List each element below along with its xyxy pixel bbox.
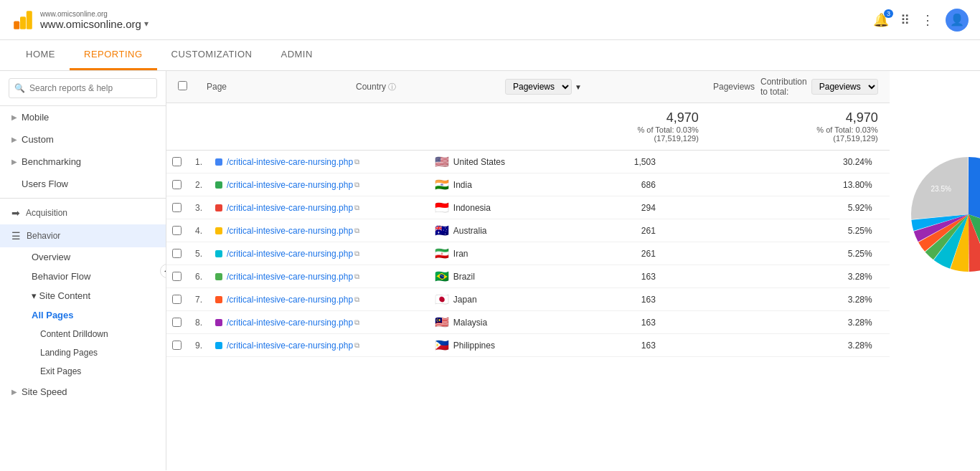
external-link-icon: ⧉: [354, 272, 359, 281]
table-row: 2. /critical-intesive-care-nursing.php ⧉…: [166, 173, 890, 196]
row-color-dot: [215, 181, 222, 189]
row-country: 🇮🇩 Indonesia: [435, 201, 578, 214]
row-checkbox-5[interactable]: [172, 272, 195, 281]
row-page-link[interactable]: /critical-intesive-care-nursing.php ⧉: [227, 295, 435, 305]
svg-rect-1: [20, 16, 26, 29]
row-page-link[interactable]: /critical-intesive-care-nursing.php ⧉: [227, 203, 435, 213]
svg-rect-0: [14, 21, 19, 29]
search-input[interactable]: [9, 78, 157, 98]
external-link-icon: ⧉: [354, 318, 359, 327]
notifications-button[interactable]: 🔔 3: [873, 12, 889, 28]
row-num: 2.: [195, 180, 215, 190]
sidebar-search-area: 🔍: [0, 71, 166, 106]
sidebar-item-label: Custom: [22, 134, 54, 145]
row-color-dot: [215, 204, 222, 211]
sidebar-item-all-pages[interactable]: All Pages: [0, 305, 166, 325]
tab-reporting[interactable]: REPORTING: [70, 40, 157, 70]
acquisition-label: Acquisition: [26, 208, 67, 218]
table-row: 8. /critical-intesive-care-nursing.php ⧉…: [166, 311, 890, 334]
row-checkbox-2[interactable]: [172, 203, 195, 212]
flag-icon: 🇵🇭: [435, 338, 449, 352]
pageviews-filter-select[interactable]: Pageviews: [505, 79, 572, 95]
sidebar: 🔍 ◀ ▶ Mobile ▶ Custom ▶ Benchmarking Use…: [0, 71, 166, 470]
row-checkbox-4[interactable]: [172, 249, 195, 258]
select-all-checkbox[interactable]: [178, 81, 187, 90]
row-checkbox-0[interactable]: [172, 157, 195, 166]
row-page-link[interactable]: /critical-intesive-care-nursing.php ⧉: [227, 180, 435, 190]
sort-desc-icon[interactable]: ▼: [575, 83, 582, 91]
sidebar-section-behavior[interactable]: ☰ Behavior: [0, 224, 166, 247]
external-link-icon: ⧉: [354, 249, 359, 258]
sidebar-item-label: Benchmarking: [22, 156, 81, 167]
row-page-link[interactable]: /critical-intesive-care-nursing.php ⧉: [227, 341, 435, 351]
sidebar-item-mobile[interactable]: ▶ Mobile: [0, 106, 166, 128]
row-color-dot: [215, 296, 222, 303]
sidebar-section-acquisition[interactable]: ➡ Acquisition: [0, 201, 166, 224]
row-checkbox-3[interactable]: [172, 226, 195, 235]
tab-customization[interactable]: CUSTOMIZATION: [157, 40, 267, 70]
country-info-icon[interactable]: ⓘ: [388, 82, 396, 91]
row-contribution: 5.92%: [664, 203, 884, 213]
table-body: 1. /critical-intesive-care-nursing.php ⧉…: [166, 151, 890, 357]
sidebar-item-content-drilldown[interactable]: Content Drilldown: [0, 325, 166, 343]
row-checkbox-6[interactable]: [172, 295, 195, 304]
row-pageviews: 686: [578, 180, 664, 190]
row-checkbox-1[interactable]: [172, 180, 195, 189]
behavior-icon: ☰: [11, 230, 21, 242]
sidebar-item-benchmarking[interactable]: ▶ Benchmarking: [0, 151, 166, 173]
tab-home[interactable]: HOME: [11, 40, 70, 70]
row-num: 1.: [195, 157, 215, 167]
sidebar-item-exit-pages[interactable]: Exit Pages: [0, 362, 166, 381]
country-name: Indonesia: [453, 203, 491, 213]
sidebar-item-landing-pages[interactable]: Landing Pages: [0, 343, 166, 362]
svg-rect-2: [27, 11, 32, 29]
table-header: Page Country ⓘ Pageviews ▼ Pageviews: [166, 71, 890, 103]
site-info: www.omicsonline.org www.omicsonline.org …: [40, 10, 149, 30]
row-checkbox-8[interactable]: [172, 341, 195, 350]
row-num: 7.: [195, 295, 215, 305]
row-pageviews: 1,503: [578, 157, 664, 167]
row-color-dot: [215, 273, 222, 280]
row-contribution: 5.25%: [664, 249, 884, 259]
col-header-contribution: Contribution to total: Pageviews: [760, 77, 878, 97]
table-row: 3. /critical-intesive-care-nursing.php ⧉…: [166, 196, 890, 219]
sidebar-item-overview[interactable]: Overview: [0, 247, 166, 267]
external-link-icon: ⧉: [354, 204, 359, 212]
row-page-link[interactable]: /critical-intesive-care-nursing.php ⧉: [227, 318, 435, 328]
contribution-metric-select[interactable]: Pageviews: [811, 79, 878, 95]
flag-icon: 🇺🇸: [435, 155, 449, 168]
stats-pageviews2: 4,970 % of Total: 0.03% (17,519,129): [710, 103, 890, 150]
row-page-link[interactable]: /critical-intesive-care-nursing.php ⧉: [227, 272, 435, 282]
more-options-button[interactable]: ⋮: [921, 12, 934, 28]
sidebar-item-users-flow[interactable]: Users Flow: [0, 173, 166, 195]
benchmarking-arrow-icon: ▶: [11, 158, 17, 166]
sidebar-item-site-speed[interactable]: ▶ Site Speed: [0, 381, 166, 403]
row-contribution: 13.80%: [664, 180, 884, 190]
mobile-arrow-icon: ▶: [11, 113, 17, 121]
table-row: 4. /critical-intesive-care-nursing.php ⧉…: [166, 219, 890, 242]
col-header-country: Country ⓘ: [356, 82, 499, 92]
row-page-link[interactable]: /critical-intesive-care-nursing.php ⧉: [227, 157, 435, 167]
row-page-link[interactable]: /critical-intesive-care-nursing.php ⧉: [227, 249, 435, 259]
search-icon: 🔍: [14, 83, 25, 93]
row-num: 9.: [195, 341, 215, 351]
row-page-link[interactable]: /critical-intesive-care-nursing.php ⧉: [227, 226, 435, 236]
apps-button[interactable]: ⠿: [900, 12, 910, 28]
site-url-main[interactable]: www.omicsonline.org ▾: [40, 18, 149, 30]
row-contribution: 3.28%: [664, 318, 884, 328]
row-checkbox-7[interactable]: [172, 318, 195, 327]
row-contribution: 3.28%: [664, 272, 884, 282]
country-name: Malaysia: [453, 318, 487, 328]
row-country: 🇧🇷 Brazil: [435, 270, 578, 283]
sidebar-item-behavior-flow[interactable]: Behavior Flow: [0, 267, 166, 286]
sidebar-item-custom[interactable]: ▶ Custom: [0, 128, 166, 151]
tab-admin[interactable]: ADMIN: [266, 40, 326, 70]
row-country: 🇺🇸 United States: [435, 155, 578, 168]
site-speed-arrow-icon: ▶: [11, 388, 17, 396]
row-color-dot: [215, 158, 222, 166]
external-link-icon: ⧉: [354, 295, 359, 304]
external-link-icon: ⧉: [354, 181, 359, 189]
sidebar-item-site-content[interactable]: ▾ Site Content: [0, 286, 166, 305]
flag-icon: 🇧🇷: [435, 270, 449, 283]
avatar[interactable]: 👤: [946, 9, 969, 32]
